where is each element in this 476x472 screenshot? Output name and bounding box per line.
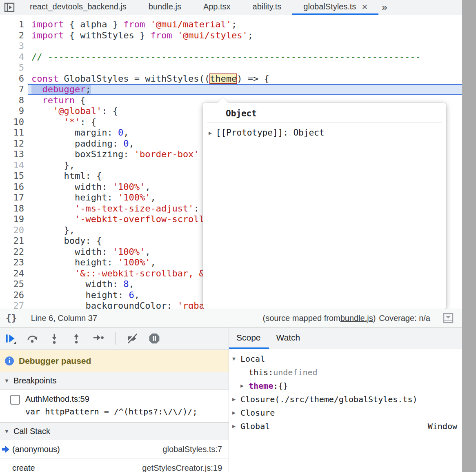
line-number[interactable]: 26 [0, 290, 28, 301]
code-line-3[interactable]: 3 [0, 41, 476, 52]
step-out-button[interactable] [70, 332, 82, 345]
close-tab-icon[interactable]: × [362, 3, 367, 11]
line-number[interactable]: 22 [0, 247, 28, 258]
tab-bundle.js[interactable]: bundle.js [138, 0, 192, 15]
expand-icon[interactable]: ▶ [232, 423, 240, 429]
code-text[interactable]: const GlobalStyles = withStyles((theme) … [28, 73, 476, 85]
step-icon [92, 332, 105, 345]
expand-panel-button[interactable] [443, 312, 454, 324]
collapse-icon[interactable]: ▼ [4, 378, 9, 384]
scope-row-5[interactable]: ▶GlobalWindow [229, 419, 462, 433]
tab-react_devtools_backend.js[interactable]: react_devtools_backend.js [19, 0, 138, 15]
line-number[interactable]: 24 [0, 268, 28, 279]
step-into-button[interactable] [48, 332, 60, 345]
code-line-5[interactable]: 5 [0, 62, 476, 73]
scope-tab-bar: Scope Watch [229, 327, 462, 349]
callstack-section-header[interactable]: ▼ Call Stack [0, 422, 229, 440]
line-number[interactable]: 3 [0, 41, 28, 52]
scope-row-1[interactable]: this: undefined [229, 365, 462, 379]
line-number[interactable]: 18 [0, 203, 28, 214]
code-line-7[interactable]: 7 debugger; [0, 84, 476, 95]
stack-frame-(anonymous)[interactable]: (anonymous)globalStyles.ts:7 [0, 440, 229, 459]
line-number[interactable]: 6 [0, 73, 28, 85]
tab-globalStyles.ts[interactable]: globalStyles.ts× [292, 0, 378, 15]
tab-watch[interactable]: Watch [269, 327, 309, 349]
line-number[interactable]: 11 [0, 127, 28, 138]
tab-list: react_devtools_backend.jsbundle.jsApp.ts… [19, 0, 378, 15]
line-number[interactable]: 12 [0, 138, 28, 149]
scope-row-2[interactable]: ▶theme: {} [229, 379, 462, 392]
code-text[interactable]: // -------------------------------------… [28, 52, 476, 63]
tab-App.tsx[interactable]: App.tsx [192, 0, 242, 15]
more-tabs-button[interactable]: » [378, 0, 390, 15]
code-line-4[interactable]: 4// ------------------------------------… [0, 52, 476, 63]
line-number[interactable]: 7 [0, 84, 28, 95]
scope-row-4[interactable]: ▶Closure [229, 406, 462, 419]
code-text[interactable]: import { alpha } from '@mui/material'; [28, 19, 476, 30]
line-number[interactable]: 4 [0, 52, 28, 63]
tab-scope[interactable]: Scope [229, 327, 269, 349]
line-number[interactable]: 2 [0, 30, 28, 41]
stack-frame-create[interactable]: creategetStylesCreator.js:19 [0, 459, 229, 472]
breakpoint-entry[interactable]: AuthMethod.ts:59 var httpPattern = /^(ht… [0, 390, 229, 422]
line-number[interactable]: 5 [0, 62, 28, 73]
tab-ability.ts[interactable]: ability.ts [242, 0, 293, 15]
tab-label: ability.ts [253, 2, 282, 11]
source-mapped-link[interactable]: bundle.js [340, 314, 373, 323]
line-number[interactable]: 23 [0, 257, 28, 268]
frame-function: create [12, 463, 35, 472]
code-line-1[interactable]: 1import { alpha } from '@mui/material'; [0, 19, 476, 30]
prototype-row[interactable]: ▶ [[Prototype]]: Object [203, 122, 446, 138]
pause-on-exceptions-button[interactable] [148, 332, 160, 345]
code-text[interactable] [28, 62, 476, 73]
line-number[interactable]: 9 [0, 106, 28, 117]
line-number[interactable]: 10 [0, 117, 28, 128]
resume-button[interactable] [4, 332, 16, 345]
scope-row-3[interactable]: ▶Closure (./src/theme/globalStyles.ts) [229, 392, 462, 406]
line-number[interactable]: 19 [0, 214, 28, 225]
cursor-position: Line 6, Column 37 [31, 314, 97, 323]
expand-icon[interactable]: ▶ [240, 383, 249, 389]
line-number[interactable]: 14 [0, 160, 28, 171]
line-number[interactable]: 25 [0, 279, 28, 290]
step-over-button[interactable] [26, 332, 38, 345]
line-number[interactable]: 27 [0, 301, 28, 309]
debugger-sidebar: i Debugger paused ▼ Breakpoints AuthMeth… [0, 327, 229, 472]
code-line-2[interactable]: 2import { withStyles } from '@mui/styles… [0, 30, 476, 41]
object-preview-popup: Object ▶ [[Prototype]]: Object [203, 103, 446, 309]
collapse-icon[interactable]: ▼ [4, 428, 9, 434]
callstack-title: Call Stack [13, 427, 50, 436]
expand-icon[interactable]: ▶ [232, 396, 240, 402]
code-editor[interactable]: 1import { alpha } from '@mui/material';2… [0, 15, 476, 309]
current-frame-icon [2, 446, 9, 453]
line-number[interactable]: 17 [0, 192, 28, 203]
line-number[interactable]: 13 [0, 149, 28, 160]
scope-row-0[interactable]: ▼Local [229, 352, 462, 365]
pretty-print-button[interactable]: {} [6, 313, 17, 323]
resume-icon [4, 332, 16, 345]
breakpoints-section-header[interactable]: ▼ Breakpoints [0, 372, 229, 390]
code-text[interactable]: debugger; [28, 84, 476, 95]
collapse-icon[interactable]: ▼ [232, 356, 240, 362]
code-line-6[interactable]: 6const GlobalStyles = withStyles((theme)… [0, 73, 476, 85]
code-text[interactable]: import { withStyles } from '@mui/styles'… [28, 30, 476, 41]
line-number[interactable]: 15 [0, 171, 28, 182]
debugger-paused-message: Debugger paused [19, 356, 91, 366]
source-mapped-prefix: (source mapped from [263, 314, 340, 323]
show-navigator-button[interactable] [0, 0, 19, 15]
line-number[interactable]: 21 [0, 236, 28, 247]
deactivate-breakpoints-button[interactable] [126, 332, 138, 345]
step-into-icon [48, 332, 60, 345]
line-number[interactable]: 16 [0, 182, 28, 193]
coverage-status: Coverage: n/a [379, 314, 430, 323]
code-text[interactable] [28, 41, 476, 52]
expand-arrow-icon[interactable]: ▶ [209, 130, 212, 136]
line-number[interactable]: 20 [0, 225, 28, 236]
expand-icon[interactable]: ▶ [232, 410, 240, 416]
devtools-sources-panel: react_devtools_backend.jsbundle.jsApp.ts… [0, 0, 476, 472]
breakpoint-checkbox[interactable] [10, 395, 20, 405]
line-number[interactable]: 1 [0, 19, 28, 30]
line-number[interactable]: 8 [0, 95, 28, 106]
step-button[interactable] [92, 332, 105, 345]
tab-label: App.tsx [203, 2, 231, 11]
